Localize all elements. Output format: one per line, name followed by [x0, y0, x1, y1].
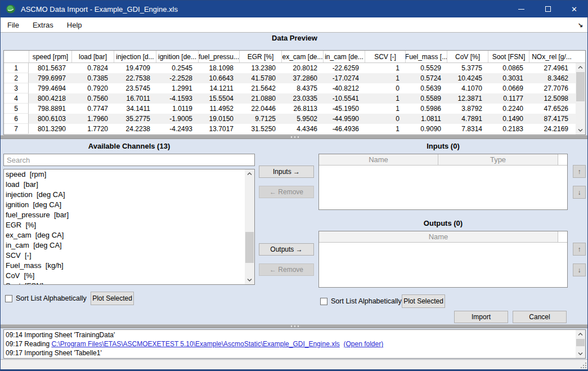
- row-number-cell[interactable]: 7: [4, 124, 29, 134]
- preview-row[interactable]: 4800.42180.756016.7011-4.159315.550421.0…: [4, 93, 585, 104]
- data-cell[interactable]: 22.7538: [114, 73, 156, 83]
- preview-row[interactable]: 7801.32901.772024.2238-4.249313.701731.5…: [4, 124, 585, 134]
- scroll-up-icon[interactable]: [245, 169, 254, 178]
- data-cell[interactable]: 15.5504: [198, 93, 239, 104]
- preview-column-header[interactable]: Fuel_mass [...: [405, 51, 447, 62]
- data-cell[interactable]: 801.5637: [29, 63, 71, 73]
- data-cell[interactable]: -44.9590: [323, 114, 365, 124]
- data-cell[interactable]: -1.9005: [156, 114, 198, 124]
- channel-item[interactable]: ignition [deg CA]: [4, 200, 254, 210]
- plot-selected-left-button[interactable]: Plot Selected: [91, 292, 134, 305]
- data-cell[interactable]: 8.4375: [281, 83, 323, 93]
- data-cell[interactable]: 19.0150: [198, 114, 239, 124]
- preview-column-header[interactable]: in_cam [de...: [323, 51, 365, 62]
- channel-item[interactable]: load [bar]: [4, 180, 254, 190]
- data-cell[interactable]: 0.7385: [71, 73, 114, 83]
- dock-icon[interactable]: ↘: [578, 21, 583, 29]
- data-cell[interactable]: -10.5541: [323, 93, 365, 104]
- preview-column-header[interactable]: injection [d...: [114, 51, 156, 62]
- scroll-down-icon[interactable]: [576, 350, 585, 358]
- channel-item[interactable]: in_cam [deg CA]: [4, 240, 254, 251]
- preview-column-header[interactable]: ignition [de...: [156, 51, 198, 62]
- data-cell[interactable]: 34.1411: [114, 104, 156, 114]
- horizontal-splitter-bottom[interactable]: [1, 324, 588, 328]
- data-cell[interactable]: 0.7747: [71, 104, 114, 114]
- maximize-button[interactable]: [535, 1, 561, 17]
- preview-column-header[interactable]: fuel_pressu...: [198, 51, 239, 62]
- row-number-cell[interactable]: 1: [4, 63, 29, 73]
- data-cell[interactable]: 1.0811: [405, 114, 447, 124]
- data-cell[interactable]: 47.6526: [529, 104, 574, 114]
- inputs-move-up-button[interactable]: ↑: [573, 165, 586, 178]
- inputs-name-column-header[interactable]: Name: [319, 154, 438, 165]
- search-input[interactable]: [3, 154, 255, 166]
- data-cell[interactable]: 13.2380: [239, 63, 281, 73]
- log-scrollbar[interactable]: [576, 330, 585, 358]
- data-cell[interactable]: 22.0446: [239, 104, 281, 114]
- channel-item[interactable]: fuel_pressure [bar]: [4, 210, 254, 220]
- data-cell[interactable]: 41.5780: [239, 73, 281, 83]
- data-cell[interactable]: -4.1593: [156, 93, 198, 104]
- data-cell[interactable]: 1.0119: [156, 104, 198, 114]
- inputs-transfer-button[interactable]: Inputs →: [259, 166, 314, 178]
- sort-alphabetically-right[interactable]: Sort List Alphabetically: [320, 297, 402, 305]
- data-cell[interactable]: 24.2169: [529, 124, 574, 134]
- data-cell[interactable]: 23.5745: [114, 83, 156, 93]
- preview-table-scrollbar[interactable]: [576, 63, 585, 135]
- data-cell[interactable]: 0.3031: [488, 73, 529, 83]
- data-cell[interactable]: 0.0669: [488, 83, 529, 93]
- preview-column-header[interactable]: Soot [FSN]: [488, 51, 529, 62]
- close-button[interactable]: ✕: [561, 1, 587, 17]
- outputs-name-column-header[interactable]: Name: [319, 231, 558, 242]
- data-cell[interactable]: 8.3462: [529, 73, 574, 83]
- row-number-cell[interactable]: 4: [4, 93, 29, 104]
- data-cell[interactable]: 5.9502: [281, 114, 323, 124]
- channel-list-scrollbar[interactable]: [245, 169, 254, 284]
- data-cell[interactable]: 0.2240: [488, 104, 529, 114]
- checkbox-icon[interactable]: [5, 295, 12, 302]
- data-cell[interactable]: 799.4694: [29, 83, 71, 93]
- data-cell[interactable]: 0.1490: [488, 114, 529, 124]
- data-cell[interactable]: 27.7076: [529, 83, 574, 93]
- data-cell[interactable]: 0.5639: [405, 83, 447, 93]
- menu-file[interactable]: File: [1, 17, 26, 33]
- data-cell[interactable]: 0.7824: [71, 63, 114, 73]
- data-cell[interactable]: 13.7017: [198, 124, 239, 134]
- preview-column-header[interactable]: EGR [%]: [239, 51, 281, 62]
- data-cell[interactable]: 4.4346: [281, 124, 323, 134]
- data-cell[interactable]: 0: [365, 83, 405, 93]
- row-number-cell[interactable]: 3: [4, 83, 29, 93]
- data-cell[interactable]: 27.4961: [529, 63, 574, 73]
- scroll-up-icon[interactable]: [576, 330, 585, 338]
- inputs-table[interactable]: Name Type: [318, 154, 568, 210]
- data-cell[interactable]: 23.0335: [281, 93, 323, 104]
- scroll-thumb[interactable]: [576, 72, 585, 101]
- cancel-button[interactable]: Cancel: [513, 311, 567, 323]
- data-cell[interactable]: 26.8113: [281, 104, 323, 114]
- data-cell[interactable]: -2.2528: [156, 73, 198, 83]
- data-cell[interactable]: 37.2860: [281, 73, 323, 83]
- data-cell[interactable]: 35.2775: [114, 114, 156, 124]
- preview-row[interactable]: 5798.88910.774734.14111.011911.495222.04…: [4, 104, 585, 114]
- channel-item[interactable]: SCV [-]: [4, 251, 254, 261]
- data-cell[interactable]: 5.3775: [447, 63, 488, 73]
- horizontal-splitter-top[interactable]: [1, 135, 588, 139]
- data-cell[interactable]: 9.7125: [239, 114, 281, 124]
- sort-alphabetically-left[interactable]: Sort List Alphabetically: [5, 294, 87, 302]
- data-cell[interactable]: -46.4936: [323, 124, 365, 134]
- channel-item[interactable]: injection [deg CA]: [4, 190, 254, 200]
- data-cell[interactable]: 21.0880: [239, 93, 281, 104]
- data-cell[interactable]: 1: [365, 93, 405, 104]
- preview-row[interactable]: 1801.56370.782419.47090.254518.109813.23…: [4, 63, 585, 73]
- data-cell[interactable]: 0.5986: [405, 104, 447, 114]
- data-cell[interactable]: -22.6259: [323, 63, 365, 73]
- data-cell[interactable]: -4.2493: [156, 124, 198, 134]
- data-cell[interactable]: 3.8792: [447, 104, 488, 114]
- minimize-button[interactable]: [508, 1, 535, 17]
- data-cell[interactable]: 1: [365, 104, 405, 114]
- data-cell[interactable]: 4.7891: [447, 114, 488, 124]
- row-number-cell[interactable]: 6: [4, 114, 29, 124]
- data-cell[interactable]: 0.5724: [405, 73, 447, 83]
- data-cell[interactable]: 14.1211: [198, 83, 239, 93]
- data-cell[interactable]: 0.5589: [405, 93, 447, 104]
